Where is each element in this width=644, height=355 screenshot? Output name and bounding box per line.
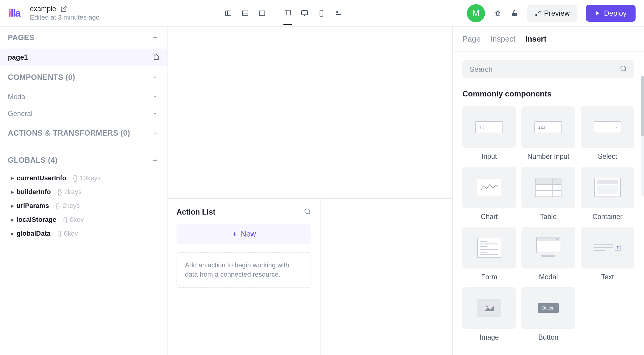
chevron-right-icon: ▶ bbox=[11, 190, 14, 194]
component-label: Container bbox=[592, 212, 623, 221]
component-label: Form bbox=[481, 273, 497, 282]
component-modal[interactable]: Modal bbox=[521, 227, 575, 282]
project-info: example Edited at 3 minutes ago bbox=[30, 5, 99, 21]
global-type: {} bbox=[63, 216, 67, 224]
modal-subsection[interactable]: Modal bbox=[0, 88, 167, 105]
component-text[interactable]: T Text bbox=[581, 227, 634, 282]
action-detail bbox=[320, 199, 452, 355]
component-preview: 123 | bbox=[521, 106, 575, 148]
component-label: Text bbox=[601, 273, 614, 282]
main: PAGES page1 COMPONENTS (0) Modal bbox=[0, 27, 644, 355]
chevron-right-icon: ▶ bbox=[11, 231, 14, 236]
component-preview bbox=[462, 287, 516, 329]
component-label: Table bbox=[540, 212, 557, 221]
logo[interactable]: illa bbox=[8, 7, 20, 19]
search-icon[interactable] bbox=[304, 208, 311, 216]
component-preview bbox=[462, 227, 516, 269]
components-section: COMPONENTS (0) bbox=[0, 66, 167, 88]
global-keys: 10keys bbox=[80, 174, 101, 182]
svg-rect-18 bbox=[512, 13, 517, 16]
chevron-right-icon: ▶ bbox=[11, 217, 14, 222]
deploy-button[interactable]: Deploy bbox=[586, 5, 636, 22]
search-icon bbox=[620, 65, 627, 74]
search-input[interactable] bbox=[470, 65, 620, 74]
svg-rect-2 bbox=[242, 11, 248, 16]
scrollbar[interactable] bbox=[641, 76, 644, 196]
component-table[interactable]: Table bbox=[521, 167, 575, 221]
home-icon bbox=[153, 54, 159, 61]
global-keys: 0key bbox=[64, 230, 78, 237]
svg-point-16 bbox=[339, 14, 340, 15]
layout-right-icon[interactable] bbox=[258, 9, 266, 17]
deploy-label: Deploy bbox=[604, 9, 627, 17]
component-label: Image bbox=[480, 333, 499, 342]
preview-button[interactable]: Preview bbox=[527, 5, 577, 22]
layout-left-icon[interactable] bbox=[224, 9, 233, 17]
chevron-up-icon[interactable] bbox=[151, 129, 159, 137]
chevron-right-icon: ▶ bbox=[11, 203, 14, 208]
global-type: {} bbox=[57, 230, 61, 237]
new-action-button[interactable]: New bbox=[177, 224, 311, 244]
component-label: Input bbox=[482, 152, 497, 161]
unlock-icon[interactable] bbox=[510, 9, 519, 17]
search-box[interactable] bbox=[462, 60, 634, 78]
pencil-icon[interactable] bbox=[61, 6, 67, 12]
component-label: Modal bbox=[539, 273, 558, 282]
commonly-title: Commonly components bbox=[462, 89, 634, 99]
global-item[interactable]: ▶ globalData {}0key bbox=[0, 227, 167, 240]
component-form[interactable]: Form bbox=[462, 227, 516, 282]
global-item[interactable]: ▶ builderInfo {}2keys bbox=[0, 185, 167, 199]
component-select[interactable]: Select bbox=[581, 106, 634, 161]
pages-section: PAGES bbox=[0, 27, 167, 49]
svg-line-20 bbox=[536, 14, 537, 15]
add-global-icon[interactable] bbox=[151, 156, 159, 165]
collapse-icon[interactable] bbox=[151, 73, 159, 82]
global-keys: 0key bbox=[70, 216, 84, 224]
svg-point-32 bbox=[486, 306, 488, 307]
general-subsection[interactable]: General bbox=[0, 105, 167, 122]
component-container[interactable]: Container bbox=[581, 167, 634, 221]
component-button[interactable]: Button Button bbox=[521, 287, 575, 342]
global-item[interactable]: ▶ urlParams {}2keys bbox=[0, 199, 167, 213]
component-grid: T | Input 123 | Number Input Select Char… bbox=[462, 106, 634, 342]
pages-title: PAGES bbox=[8, 33, 34, 42]
component-chart[interactable]: Chart bbox=[462, 167, 516, 221]
layout-bottom-icon[interactable] bbox=[241, 9, 249, 17]
add-page-icon[interactable] bbox=[151, 33, 159, 42]
preview-label: Preview bbox=[544, 9, 570, 17]
device-tablet-icon[interactable] bbox=[317, 9, 326, 17]
page-item[interactable]: page1 bbox=[0, 49, 167, 66]
tab-page[interactable]: Page bbox=[462, 34, 481, 44]
canvas[interactable] bbox=[167, 27, 452, 198]
sliders-icon[interactable] bbox=[334, 9, 342, 17]
device-sidebar-icon[interactable] bbox=[283, 9, 292, 17]
global-item[interactable]: ▶ currentUserInfo {}10keys bbox=[0, 171, 167, 185]
left-panel: PAGES page1 COMPONENTS (0) Modal bbox=[0, 27, 167, 355]
action-list-title: Action List bbox=[177, 208, 215, 216]
svg-point-26 bbox=[305, 209, 310, 214]
bug-icon[interactable] bbox=[493, 9, 502, 17]
component-image[interactable]: Image bbox=[462, 287, 516, 342]
global-item[interactable]: ▶ localStorage {}0key bbox=[0, 213, 167, 227]
svg-rect-4 bbox=[259, 11, 265, 16]
device-desktop-icon[interactable] bbox=[300, 9, 309, 17]
header-right: M Preview Deploy bbox=[467, 4, 636, 22]
component-input[interactable]: T | Input bbox=[462, 106, 516, 161]
component-preview: T bbox=[581, 227, 634, 269]
component-number_input[interactable]: 123 | Number Input bbox=[521, 106, 575, 161]
svg-line-27 bbox=[309, 213, 310, 214]
tab-insert[interactable]: Insert bbox=[525, 34, 547, 44]
globals-section: GLOBALS (4) bbox=[0, 149, 167, 171]
svg-point-30 bbox=[621, 66, 626, 71]
global-name: currentUserInfo bbox=[17, 174, 66, 182]
global-name: urlParams bbox=[17, 202, 49, 210]
tab-inspect[interactable]: Inspect bbox=[490, 34, 516, 44]
chevron-right-icon: ▶ bbox=[11, 176, 14, 181]
avatar[interactable]: M bbox=[467, 4, 485, 22]
component-preview: T | bbox=[462, 106, 516, 148]
scrollbar-thumb[interactable] bbox=[641, 76, 644, 136]
component-preview bbox=[521, 227, 575, 269]
globals-title: GLOBALS (4) bbox=[8, 156, 58, 165]
global-name: localStorage bbox=[17, 216, 56, 224]
chevron-up-icon bbox=[151, 109, 159, 118]
